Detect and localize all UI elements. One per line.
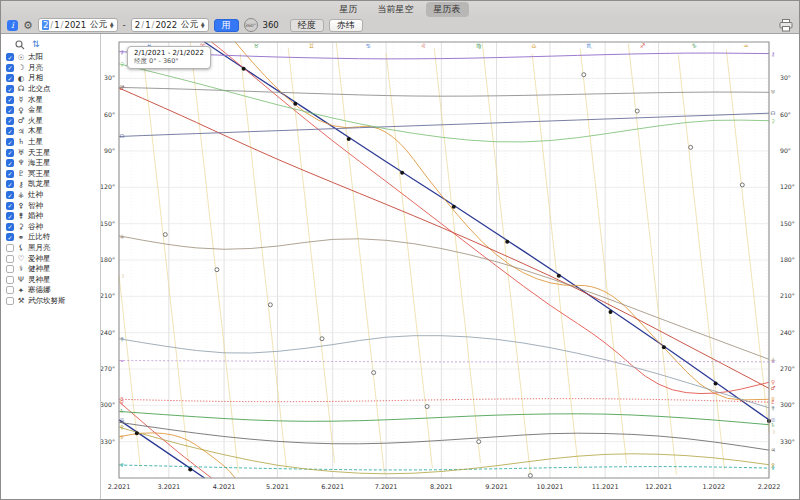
y-axis-label-left: 30° (104, 74, 115, 81)
y-axis-label-left: 240° (101, 329, 115, 336)
checkbox[interactable] (6, 297, 14, 305)
sidebar-item-17[interactable]: ✓⚭丘比特 (1, 232, 100, 243)
zodiac-♊-icon: ♊ (309, 42, 314, 49)
planet-label: 月亮 (28, 63, 43, 73)
apply-button[interactable]: 用 (214, 19, 239, 32)
planet-glyph-icon: ♃ (17, 128, 25, 136)
planet-glyph-icon: ♅ (17, 149, 25, 157)
sidebar-item-16[interactable]: ✓⚳谷神 (1, 222, 100, 233)
series-juno (119, 336, 769, 408)
zodiac-♐-icon: ♐ (640, 42, 645, 49)
checkbox[interactable]: ✓ (6, 202, 14, 210)
checkbox[interactable] (6, 255, 14, 263)
planet-glyph-icon: ☽ (17, 64, 25, 72)
sidebar-item-10[interactable]: ✓♆海王星 (1, 158, 100, 169)
sidebar-item-4[interactable]: ✓☿水星 (1, 94, 100, 105)
search-icon[interactable] (15, 40, 25, 50)
node-glyph-right: ☊ (771, 110, 776, 116)
sort-icon[interactable]: ⇅ (32, 40, 40, 49)
sidebar-item-18[interactable]: ⚸黑月亮 (1, 243, 100, 254)
sidebar-item-11[interactable]: ✓♇冥王星 (1, 169, 100, 180)
checkbox[interactable]: ✓ (6, 170, 14, 178)
sidebar-item-1[interactable]: ✓☽月亮 (1, 63, 100, 74)
sidebar-item-23[interactable]: ⚒武尔坎努斯 (1, 296, 100, 307)
new-moon-marker (293, 102, 297, 106)
planet-glyph-icon: ◐ (17, 75, 25, 83)
new-moon-marker (242, 67, 246, 71)
planet-glyph-icon: ⚒ (17, 297, 25, 305)
tab-ephemeris[interactable]: 星历 (332, 2, 366, 17)
sidebar-item-12[interactable]: ✓⚷凯龙星 (1, 179, 100, 190)
sidebar-item-19[interactable]: ♡爱神星 (1, 253, 100, 264)
checkbox[interactable]: ✓ (6, 138, 14, 146)
title-bar: 星历当前星空星历表 (1, 1, 799, 17)
longitude-button[interactable]: 经度 (290, 19, 324, 32)
checkbox[interactable]: ✓ (6, 223, 14, 231)
date-stepper[interactable]: ▲▼ (110, 22, 113, 29)
full-moon-marker (163, 233, 167, 237)
checkbox[interactable]: ✓ (6, 74, 14, 82)
date-from-field[interactable]: 2 / 1 / 2021 公元 ▲▼ (38, 18, 118, 32)
date-from-month[interactable]: 2 (42, 20, 49, 30)
date-to-day[interactable]: 1 (145, 20, 150, 30)
x-axis-label: 7.2021 (375, 483, 398, 491)
checkbox[interactable]: ✓ (6, 106, 14, 114)
date-to-field[interactable]: 2 / 1 / 2022 公元 ▲▼ (131, 18, 209, 32)
series-moon (580, 49, 626, 464)
planet-glyph-icon: ♇ (17, 170, 25, 178)
checkbox[interactable]: ✓ (6, 149, 14, 157)
info-button[interactable]: i (7, 20, 18, 31)
checkbox[interactable]: ✓ (6, 233, 14, 241)
checkbox[interactable]: ✓ (6, 96, 14, 104)
tab-ephemeris-table[interactable]: 星历表 (426, 2, 469, 17)
series-moon (142, 47, 188, 462)
checkbox[interactable]: ✓ (6, 191, 14, 199)
date-to-month[interactable]: 2 (135, 20, 140, 30)
new-moon-marker (609, 310, 613, 314)
checkbox[interactable]: ✓ (6, 212, 14, 220)
date-to-year[interactable]: 2022 (155, 20, 177, 30)
sidebar-item-2[interactable]: ✓◐月相 (1, 73, 100, 84)
tab-current-sky[interactable]: 当前星空 (370, 2, 422, 17)
ephemeris-chart[interactable]: 2.20213.20214.20215.20216.20217.20218.20… (101, 34, 800, 500)
zodiac-♏-icon: ♏ (586, 42, 592, 49)
checkbox[interactable] (6, 244, 14, 252)
series-mercury (119, 433, 235, 478)
print-icon[interactable] (779, 19, 793, 32)
gear-icon[interactable]: ⚙ (23, 20, 33, 31)
sidebar-item-0[interactable]: ✓☉太阳 (1, 52, 100, 63)
full-moon-marker (635, 109, 639, 113)
sidebar-item-22[interactable]: ✦塞德娜 (1, 285, 100, 296)
sidebar-item-13[interactable]: ✓⚶灶神 (1, 190, 100, 201)
sidebar-item-20[interactable]: ⚕健神星 (1, 264, 100, 275)
checkbox[interactable]: ✓ (6, 64, 14, 72)
date-from-day[interactable]: 1 (54, 20, 59, 30)
checkbox[interactable]: ✓ (6, 117, 14, 125)
planet-label: 黑月亮 (28, 243, 51, 253)
y-axis-label-left: 60° (104, 111, 115, 118)
full-moon-marker (215, 268, 219, 272)
checkbox[interactable]: ✓ (6, 127, 14, 135)
sidebar-item-6[interactable]: ✓♂火星 (1, 116, 100, 127)
date-stepper[interactable]: ▲▼ (201, 22, 204, 29)
sidebar-item-5[interactable]: ✓♀金星 (1, 105, 100, 116)
series-moon (288, 48, 334, 463)
checkbox[interactable] (6, 286, 14, 294)
sidebar-item-8[interactable]: ✓♄土星 (1, 137, 100, 148)
checkbox[interactable]: ✓ (6, 53, 14, 61)
declination-button[interactable]: 赤纬 (329, 19, 363, 32)
sidebar-item-15[interactable]: ✓⚵婚神 (1, 211, 100, 222)
checkbox[interactable] (6, 276, 14, 284)
checkbox[interactable] (6, 265, 14, 273)
sidebar-item-14[interactable]: ✓⚴智神 (1, 200, 100, 211)
planet-label: 火星 (28, 116, 43, 126)
checkbox[interactable]: ✓ (6, 159, 14, 167)
checkbox[interactable]: ✓ (6, 85, 14, 93)
sidebar-item-7[interactable]: ✓♃木星 (1, 126, 100, 137)
sidebar-item-3[interactable]: ✓☊北交点 (1, 84, 100, 95)
sidebar-item-9[interactable]: ✓♅天王星 (1, 147, 100, 158)
checkbox[interactable]: ✓ (6, 180, 14, 188)
sidebar-item-21[interactable]: Ψ灵神星 (1, 274, 100, 285)
series-jupiter (119, 422, 769, 450)
date-from-year[interactable]: 2021 (64, 20, 86, 30)
